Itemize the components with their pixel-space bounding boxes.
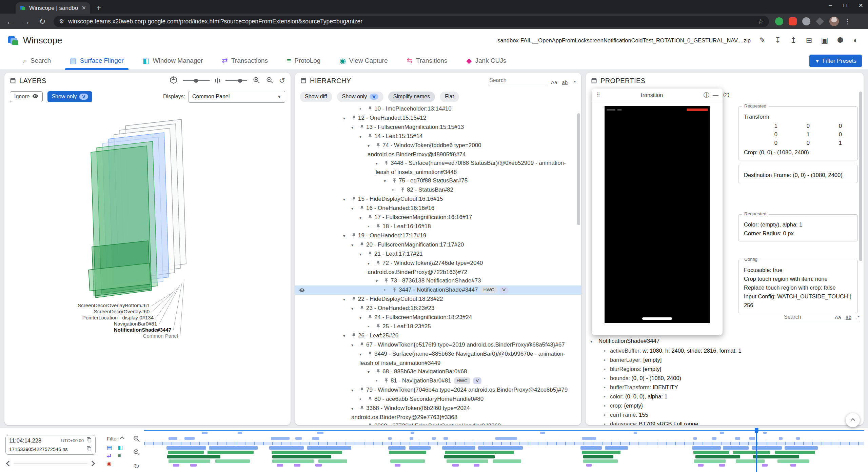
timeline-segment[interactable] — [202, 432, 208, 434]
pin-icon[interactable] — [368, 250, 374, 259]
pin-icon[interactable] — [351, 114, 358, 123]
timeline-segment[interactable] — [583, 455, 613, 458]
timeline-segment[interactable] — [452, 464, 459, 467]
property-row[interactable]: •color: (0, 0, 0), alpha: 1 — [590, 392, 861, 401]
pin-icon[interactable] — [384, 377, 391, 386]
timeline-segment[interactable] — [775, 451, 815, 454]
pin-icon[interactable] — [400, 186, 407, 195]
timeline-segment[interactable] — [271, 437, 290, 440]
download-icon[interactable]: ↧ — [773, 36, 783, 45]
tree-node[interactable]: ▾16 - OneHanded:16:16#16 — [295, 204, 581, 213]
pin-icon[interactable] — [376, 368, 382, 376]
copy-icon[interactable] — [86, 437, 92, 444]
timeline-segment[interactable] — [753, 455, 799, 458]
timeline-segment[interactable] — [749, 437, 755, 440]
new-tab-button[interactable]: + — [96, 3, 101, 12]
timeline-segment[interactable] — [272, 459, 314, 463]
timeline-segment[interactable] — [215, 459, 250, 463]
timeline-segment[interactable] — [790, 464, 796, 467]
expand-arrow-icon[interactable]: ▾ — [368, 368, 376, 376]
browser-menu-icon[interactable]: ⋮ — [844, 17, 851, 25]
properties-scrollbar[interactable] — [859, 92, 862, 261]
tree-node[interactable]: ▾24 - FullscreenMagnification:18:23#24 — [295, 313, 581, 322]
pin-icon[interactable] — [376, 323, 382, 331]
layers-3d-canvas[interactable]: ScreenDecorOverlayBottom#61 ScreenDecorO… — [4, 104, 291, 425]
timeline-segment[interactable] — [269, 446, 304, 450]
tree-node[interactable]: ▾17 - FullscreenMagnification:16:16#17 — [295, 213, 581, 222]
timeline-segment[interactable] — [389, 451, 426, 454]
zoom-out-icon[interactable] — [266, 76, 274, 85]
window-close-button[interactable]: ✕ — [859, 2, 863, 9]
timeline-segment[interactable] — [693, 437, 697, 440]
timeline-segment[interactable] — [295, 437, 302, 440]
reset-view-icon[interactable]: ↺ — [279, 76, 285, 85]
timeline-segment[interactable] — [444, 455, 495, 458]
timeline-segment[interactable] — [173, 464, 179, 467]
extension-icon-green[interactable] — [775, 17, 783, 25]
window-maximize-button[interactable]: □ — [843, 2, 847, 9]
timeline-segment[interactable] — [208, 451, 254, 454]
tree-node[interactable]: ▾74 - WindowToken{fdddbe6 type=2000 andr… — [295, 141, 581, 159]
pin-icon[interactable] — [351, 232, 358, 240]
dark-mode-icon[interactable]: ◐ — [851, 36, 861, 45]
expand-arrow-icon[interactable]: ▾ — [368, 259, 376, 268]
pin-icon[interactable] — [351, 332, 358, 340]
info-icon[interactable]: ⓘ — [704, 91, 709, 99]
expand-arrow-icon[interactable]: ▾ — [359, 214, 368, 222]
address-bar[interactable]: ⚙ winscope.teams.x20web.corp.google.com/… — [54, 16, 769, 27]
zoom-in-icon[interactable] — [253, 76, 260, 85]
pin-icon[interactable] — [392, 286, 399, 295]
timeline-segment[interactable] — [692, 446, 721, 450]
tab-transitions[interactable]: ⇆Transitions — [397, 52, 457, 70]
tree-node[interactable]: •10 - ImePlaceholder:13:14#10 — [295, 104, 581, 114]
minimize-window-icon[interactable]: — — [713, 92, 718, 99]
copy-icon[interactable] — [86, 446, 92, 453]
bookmark-star-icon[interactable]: ☆ — [758, 18, 764, 25]
close-tab-icon[interactable]: ✕ — [82, 5, 86, 11]
timeline-segment[interactable] — [167, 455, 220, 458]
hierarchy-scrollbar[interactable] — [577, 113, 580, 225]
tree-node[interactable]: ▾26 - Leaf:25#26 — [295, 331, 581, 340]
pin-icon[interactable] — [359, 405, 366, 413]
pin-icon[interactable] — [359, 341, 366, 350]
property-row[interactable]: •currFrame: 155 — [590, 410, 861, 419]
pin-icon[interactable] — [368, 214, 374, 222]
tree-node[interactable]: ▾22 - HideDisplayCutout:18:23#22 — [295, 295, 581, 304]
match-word-toggle[interactable]: ab — [562, 79, 568, 85]
timeline-segment[interactable] — [695, 455, 740, 458]
pin-icon[interactable] — [368, 422, 374, 425]
timeline-segment[interactable] — [445, 451, 514, 454]
timeline-zoom-in-icon[interactable] — [133, 435, 140, 444]
collapse-panel-icon[interactable] — [300, 78, 307, 84]
timeline-segment[interactable] — [495, 437, 517, 440]
tree-node[interactable]: ▾72 - WindowToken{a2746de type=2040 andr… — [295, 259, 581, 276]
timeline-segment[interactable] — [586, 464, 592, 467]
extension-icon-red[interactable] — [789, 17, 797, 25]
expand-arrow-icon[interactable]: ▾ — [351, 123, 359, 132]
pin-icon[interactable] — [368, 395, 374, 404]
transactions-filter-icon[interactable]: ⇄ — [107, 453, 114, 458]
timeline-zoom-out-icon[interactable] — [133, 449, 140, 457]
match-case-toggle[interactable]: Aa — [551, 79, 557, 85]
rotation-slider[interactable] — [183, 77, 210, 84]
timeline-segment[interactable] — [540, 432, 545, 434]
timeline-segment[interactable] — [605, 446, 628, 450]
property-row[interactable]: •crop: {empty} — [590, 401, 861, 410]
pin-icon[interactable] — [384, 277, 391, 286]
timeline-segment[interactable] — [582, 437, 596, 440]
spacing-slider-icon[interactable] — [215, 78, 220, 83]
property-row[interactable]: •bounds: (0, 0) - (1080, 2400) — [590, 374, 861, 383]
edit-icon[interactable]: ✎ — [757, 36, 767, 45]
filter-chip-show-diff[interactable]: Show diff — [300, 92, 332, 102]
property-row[interactable]: •blurRegions: [empty] — [590, 365, 861, 374]
pin-icon[interactable] — [368, 105, 374, 114]
upload-icon[interactable]: ↥ — [789, 36, 798, 45]
pin-icon[interactable] — [368, 133, 374, 141]
timeline-segment[interactable] — [168, 451, 204, 454]
expand-arrow-icon[interactable]: ▾ — [351, 405, 359, 413]
expand-arrow-icon[interactable]: ▾ — [359, 314, 368, 322]
expand-arrow-icon[interactable]: ▾ — [343, 295, 351, 304]
pin-icon[interactable] — [351, 195, 358, 204]
tree-node[interactable]: ▾73 - 8736138 NotificationShade#73 — [295, 276, 581, 286]
previous-entry-button[interactable] — [6, 461, 12, 467]
